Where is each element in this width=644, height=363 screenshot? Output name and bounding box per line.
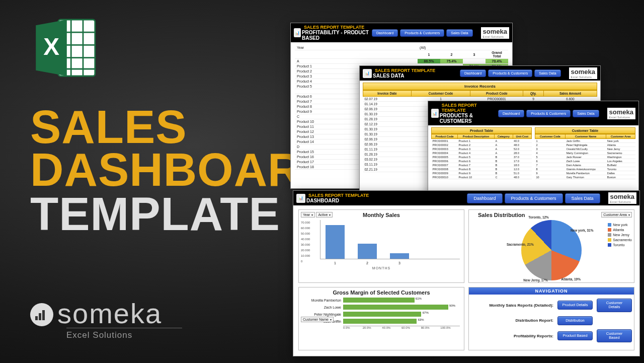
brand-tagline: Excel Solutions [66,328,182,340]
filter-icon: ▾ [311,213,313,216]
chart-icon: 📊 [363,69,372,78]
bar [390,253,409,259]
card-subtitle: PROFITABILITY - PRODUCT BASED [302,30,369,41]
filter-icon: ▾ [329,213,331,216]
chart-icon: 📊 [431,109,439,118]
pie-chart: New york, 31%Atlanta, 19%New Jersy, 17%S… [521,220,582,280]
report-title: SALES REPORT TEMPLATE [304,25,369,30]
slicer-active[interactable]: Active▾ [316,212,333,217]
tab-sales-data[interactable]: Sales Data [446,29,472,37]
tab-sales-data[interactable]: Sales Data [534,69,560,77]
filter-icon: ▾ [330,318,332,321]
svg-text:X: X [43,33,59,60]
filter-icon: ▾ [628,213,630,216]
btn-product-based[interactable]: Product Based [557,331,593,340]
tab-sales-data[interactable]: Sales Data [565,193,600,203]
btn-customer-details[interactable]: Customer Details [597,299,632,312]
brand-name: someka [57,298,162,329]
btn-distribution[interactable]: Distribution [557,316,593,325]
page-title: SALES DASHBOARD TEMPLATE [30,106,336,236]
panel-monthly-sales: Year▾ Active▾ Monthly Sales 70.00060.000… [298,209,464,283]
slicer-year[interactable]: Year▾ [301,212,315,217]
logo-mark [30,303,53,326]
card-dashboard: 📊 SALES REPORT TEMPLATE DASHBOARD Dashbo… [293,190,640,356]
slicer-customer-name[interactable]: Customer Name▾ [301,317,334,322]
panel-sales-distribution: Customer Area▾ Sales Distribution New yo… [468,209,634,283]
tab-dashboard[interactable]: Dashboard [467,193,502,203]
chart-icon: 📊 [294,28,301,37]
tab-dashboard[interactable]: Dashboard [372,29,398,37]
pie-legend: New yorkAtlantaNew JersySacramentoToront… [608,223,632,248]
tab-products-customers[interactable]: Products & Customers [505,193,563,203]
panel-navigation: NAVIGATION Monthly Sales Reports (Detail… [468,287,634,350]
svg-rect-9 [35,316,38,320]
title-line3: TEMPLATE [30,193,336,236]
btn-product-details[interactable]: Product Details [557,301,593,310]
svg-rect-11 [42,310,45,320]
slicer-customer-area[interactable]: Customer Area▾ [601,212,632,217]
chart-icon: 📊 [296,194,305,203]
someka-logo: someka Excel Solutions [30,297,182,340]
title-line2: DASHBOARD [30,149,336,191]
panel-gross-margin: Gross Margin of Selected Customers Custo… [298,287,464,350]
tab-products-customers[interactable]: Products & Customers [488,69,532,77]
bar [326,225,345,259]
tab-products-customers[interactable]: Products & Customers [400,29,444,37]
brand-badge: someka Excel Solutions [481,27,509,39]
svg-rect-10 [39,313,41,320]
section-title: Invoice Records [363,83,597,90]
tab-products-customers[interactable]: Products & Customers [526,110,571,117]
btn-customer-based[interactable]: Customer Based [597,329,632,343]
tab-dashboard[interactable]: Dashboard [460,69,486,77]
title-line1: SALES [30,106,336,149]
card-products-customers: 📊 SALES REPORT TEMPLATE PRODUCTS & CUSTO… [428,101,639,204]
tab-sales-data[interactable]: Sales Data [573,110,599,117]
tab-dashboard[interactable]: Dashboard [498,110,524,117]
bar [358,244,377,259]
excel-icon: X [30,13,101,85]
